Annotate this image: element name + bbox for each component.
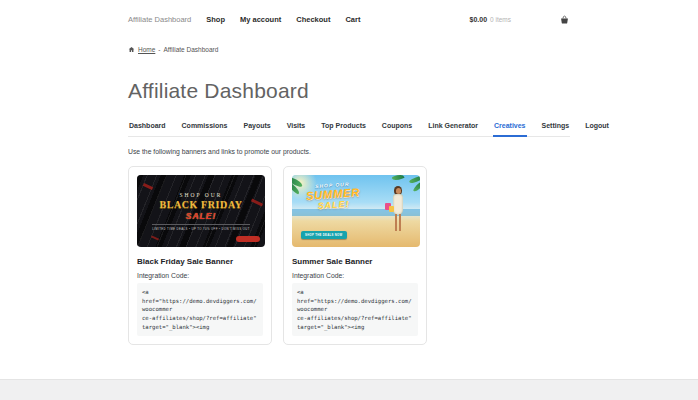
breadcrumb-separator: - bbox=[158, 46, 160, 53]
nav-cart-area: $0.00 0 items bbox=[470, 14, 570, 25]
breadcrumb: Home - Affiliate Dashboard bbox=[128, 46, 570, 53]
cart-items-count: 0 items bbox=[490, 16, 511, 23]
tab-bar: Dashboard Commissions Payouts Visits Top… bbox=[128, 118, 570, 137]
breadcrumb-current: Affiliate Dashboard bbox=[164, 46, 219, 53]
integration-code-block[interactable]: <a href="https://demo.devdiggers.com/woo… bbox=[292, 283, 418, 336]
palm-leaf-decor bbox=[392, 175, 405, 182]
creative-title: Black Friday Sale Banner bbox=[137, 257, 263, 266]
shopper-figure-decor bbox=[389, 186, 407, 240]
tab-logout[interactable]: Logout bbox=[584, 118, 610, 136]
summer-banner-image: SHOP OUR SUMMER SALE! SHOP THE DEALS NOW bbox=[292, 175, 420, 247]
nav-link-checkout[interactable]: Checkout bbox=[296, 15, 330, 24]
integration-code-label: Integration Code: bbox=[292, 272, 418, 279]
banner-cta-pill bbox=[236, 236, 260, 242]
tab-visits[interactable]: Visits bbox=[286, 118, 307, 136]
tab-settings[interactable]: Settings bbox=[541, 118, 571, 136]
banner-text-group: SHOP OUR SUMMER SALE! bbox=[296, 180, 370, 213]
cart-total: $0.00 bbox=[470, 16, 488, 23]
nav-link-my-account[interactable]: My account bbox=[240, 15, 281, 24]
page-footer bbox=[0, 379, 698, 400]
banner-heading: BLACK FRIDAY bbox=[159, 199, 242, 210]
home-icon bbox=[128, 46, 135, 53]
top-nav: Affiliate Dashboard Shop My account Chec… bbox=[128, 0, 570, 25]
tab-coupons[interactable]: Coupons bbox=[381, 118, 413, 136]
page-container: Affiliate Dashboard Shop My account Chec… bbox=[128, 0, 570, 345]
breadcrumb-home-link[interactable]: Home bbox=[138, 46, 155, 53]
banner-tagline: LIMITED TIME DEALS • UP TO 70% OFF • DON… bbox=[152, 224, 250, 231]
tab-payouts[interactable]: Payouts bbox=[242, 118, 271, 136]
banner-kicker: SHOP OUR bbox=[180, 192, 223, 198]
banner-cta-button: SHOP THE DEALS NOW bbox=[301, 231, 347, 239]
tab-creatives[interactable]: Creatives bbox=[493, 118, 527, 137]
nav-link-cart[interactable]: Cart bbox=[345, 15, 360, 24]
cart-total-link[interactable]: $0.00 0 items bbox=[470, 16, 511, 23]
creative-card-summer: SHOP OUR SUMMER SALE! SHOP THE DEALS NOW… bbox=[283, 166, 427, 345]
integration-code-block[interactable]: <a href="https://demo.devdiggers.com/woo… bbox=[137, 283, 263, 336]
page-title: Affiliate Dashboard bbox=[128, 79, 570, 103]
creatives-grid: SHOP OUR BLACK FRIDAY SALE! LIMITED TIME… bbox=[128, 166, 570, 345]
site-title-link[interactable]: Affiliate Dashboard bbox=[128, 15, 191, 24]
tab-dashboard[interactable]: Dashboard bbox=[128, 118, 167, 136]
tab-commissions[interactable]: Commissions bbox=[181, 118, 229, 136]
creative-card-black-friday: SHOP OUR BLACK FRIDAY SALE! LIMITED TIME… bbox=[128, 166, 272, 345]
integration-code-label: Integration Code: bbox=[137, 272, 263, 279]
cart-icon[interactable] bbox=[559, 14, 570, 25]
nav-link-shop[interactable]: Shop bbox=[206, 15, 225, 24]
intro-text: Use the following banners and links to p… bbox=[128, 148, 570, 155]
black-friday-banner-image: SHOP OUR BLACK FRIDAY SALE! LIMITED TIME… bbox=[137, 175, 265, 247]
banner-subheading: SALE! bbox=[186, 211, 217, 221]
creative-title: Summer Sale Banner bbox=[292, 257, 418, 266]
tab-link-generator[interactable]: Link Generator bbox=[427, 118, 479, 136]
tab-top-products[interactable]: Top Products bbox=[320, 118, 367, 136]
